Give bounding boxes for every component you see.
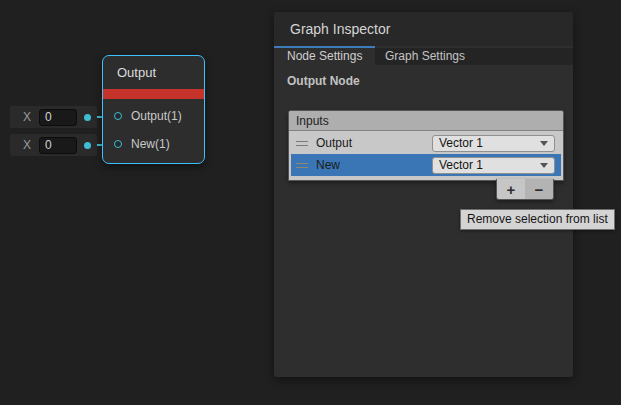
axis-label: X <box>23 138 31 152</box>
shader-graph-canvas[interactable]: X 0 X 0 Output Output(1) New(1) Graph In… <box>0 0 621 405</box>
add-item-button[interactable]: + <box>497 179 525 199</box>
graph-inspector-panel: Graph Inspector Node Settings Graph Sett… <box>274 12 573 377</box>
panel-title: Graph Inspector <box>274 12 573 46</box>
tab-strip: Node Settings Graph Settings <box>274 48 573 65</box>
inputs-list-header: Inputs <box>289 111 563 131</box>
value-field-new[interactable]: 0 <box>39 137 77 154</box>
port-input-output: X 0 <box>10 106 97 128</box>
port-circle-icon[interactable] <box>114 140 122 148</box>
dropdown-value: Vector 1 <box>439 158 483 172</box>
node-port-output: Output(1) <box>103 102 204 130</box>
drag-handle-icon[interactable] <box>296 141 308 146</box>
value-field-output[interactable]: 0 <box>39 109 77 126</box>
inputs-list-footer: + − <box>496 179 554 200</box>
drag-handle-icon[interactable] <box>296 163 308 168</box>
chevron-down-icon <box>540 163 548 168</box>
section-title: Output Node <box>287 74 573 88</box>
input-name: Output <box>316 136 352 150</box>
list-item-output[interactable]: Output Vector 1 <box>291 132 561 154</box>
input-name: New <box>316 158 340 172</box>
node-port-new: New(1) <box>103 130 204 158</box>
type-dropdown-new[interactable]: Vector 1 <box>432 157 555 174</box>
port-input-new: X 0 <box>10 134 97 156</box>
node-title: Output <box>103 56 204 89</box>
tooltip: Remove selection from list <box>460 209 615 230</box>
chevron-down-icon <box>540 141 548 146</box>
tab-node-settings[interactable]: Node Settings <box>274 48 375 65</box>
node-color-bar <box>103 89 204 99</box>
dropdown-value: Vector 1 <box>439 136 483 150</box>
port-label: New(1) <box>131 137 170 151</box>
remove-item-button[interactable]: − <box>525 179 553 199</box>
edge-connector-dot-icon <box>84 114 91 121</box>
inputs-list: Inputs Output Vector 1 New Vector 1 <box>288 110 564 181</box>
list-item-new[interactable]: New Vector 1 <box>291 154 561 176</box>
axis-label: X <box>23 110 31 124</box>
port-label: Output(1) <box>131 109 182 123</box>
output-node[interactable]: Output Output(1) New(1) <box>102 55 205 164</box>
port-circle-icon[interactable] <box>114 112 122 120</box>
type-dropdown-output[interactable]: Vector 1 <box>432 135 555 152</box>
edge-connector-dot-icon <box>84 142 91 149</box>
tab-graph-settings[interactable]: Graph Settings <box>375 48 479 65</box>
